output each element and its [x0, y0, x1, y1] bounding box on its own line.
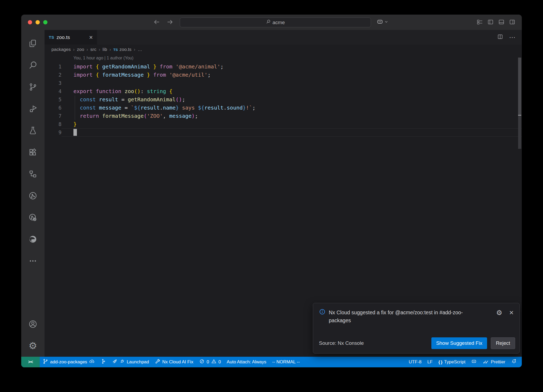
code-line[interactable]: 7 return formatMessage('ZOO', message); — [45, 112, 522, 120]
info-icon — [319, 308, 326, 316]
split-editor-icon[interactable] — [497, 34, 503, 41]
code-line[interactable]: 8} — [45, 120, 522, 128]
copilot-icon — [376, 18, 383, 26]
git-blame-annotation: You, 1 hour ago | 1 author (You) — [73, 56, 522, 62]
minimize-window-button[interactable] — [36, 20, 40, 24]
code-line[interactable]: 5 const result = getRandomAnimal(); — [45, 95, 522, 104]
warnings-icon — [211, 359, 217, 365]
plug-icon — [119, 359, 125, 365]
editor-more-actions-icon[interactable]: ⋯ — [509, 34, 516, 41]
edge-browser-icon[interactable] — [21, 228, 45, 250]
nx-pipeline-icon — [100, 359, 106, 365]
indent-guide — [75, 112, 75, 120]
remote-indicator[interactable]: >< — [21, 357, 40, 367]
nx-console-icon[interactable] — [21, 163, 45, 185]
traffic-lights — [28, 20, 47, 24]
code-line[interactable]: 9 — [45, 128, 522, 137]
typescript-file-icon: TS — [113, 48, 118, 52]
warning-count: 0 — [218, 359, 221, 365]
notification-toast: Nx Cloud suggested a fix for @acme/zoo:t… — [313, 303, 520, 354]
tab-close-icon[interactable]: × — [89, 34, 93, 41]
more-views-icon[interactable] — [21, 250, 45, 272]
search-value: acme — [273, 20, 285, 25]
activity-bar: ⚙ — [21, 30, 45, 357]
toggle-secondary-sidebar-icon[interactable] — [509, 19, 515, 26]
nx-cloud-inspect-icon[interactable] — [21, 207, 45, 228]
settings-gear-icon[interactable]: ⚙ — [21, 335, 45, 357]
breadcrumb-file[interactable]: TS zoo.ts — [113, 47, 132, 52]
code-line[interactable]: 4export function zoo(): string { — [45, 87, 522, 95]
breadcrumb: packages › zoo › src › lib › TS zoo.ts ›… — [45, 45, 522, 55]
line-number: 4 — [45, 87, 62, 95]
line-number: 9 — [45, 128, 62, 137]
launchpad-item[interactable]: Launchpad — [109, 357, 152, 367]
git-branch-item[interactable]: add-zoo-packages — [40, 357, 98, 367]
scrollbar-thumb[interactable] — [518, 58, 521, 115]
command-center-search[interactable]: acme — [180, 18, 371, 27]
breadcrumb-separator: › — [99, 47, 100, 52]
rocket-icon — [112, 359, 117, 365]
breadcrumb-separator: › — [134, 47, 135, 52]
testing-icon[interactable] — [21, 120, 45, 141]
breadcrumb-separator: › — [73, 47, 75, 52]
encoding-item[interactable]: UTF-8 — [406, 357, 424, 367]
close-window-button[interactable] — [28, 20, 32, 24]
status-bar: >< add-zoo-packages Launchpad Nx Cloud A… — [21, 357, 522, 367]
code-line[interactable]: 1import { getRandomAnimal } from '@acme/… — [45, 63, 522, 71]
accounts-icon[interactable] — [21, 313, 45, 335]
back-icon[interactable] — [153, 18, 161, 27]
text-cursor — [73, 129, 77, 136]
notification-settings-icon[interactable]: ⚙ — [496, 309, 502, 316]
prettier-item[interactable]: ✓✓ Prettier — [480, 357, 508, 367]
wrench-icon — [155, 359, 160, 365]
breadcrumb-item[interactable]: packages — [51, 47, 71, 52]
scrollbar-thumb-lower[interactable] — [518, 116, 521, 149]
double-check-icon: ✓✓ — [483, 359, 489, 365]
line-number: 1 — [45, 63, 62, 71]
zoom-window-button[interactable] — [43, 20, 47, 24]
breadcrumb-symbol-more[interactable]: … — [138, 47, 142, 52]
source-control-icon[interactable] — [21, 76, 45, 98]
notification-close-icon[interactable]: × — [509, 309, 514, 316]
tab-zoo-ts[interactable]: TS zoo.ts × — [45, 30, 97, 45]
notification-source: Source: Nx Console — [319, 340, 364, 346]
indent-guide — [75, 104, 75, 112]
copilot-status-item[interactable] — [468, 357, 480, 367]
language-mode-item[interactable]: { } TypeScript — [436, 357, 468, 367]
braces-icon: { } — [439, 360, 442, 365]
nx-cloud-icon[interactable] — [21, 185, 45, 207]
toggle-sidebar-icon[interactable] — [487, 19, 494, 26]
toggle-panel-icon[interactable] — [498, 19, 505, 26]
run-debug-icon[interactable] — [21, 98, 45, 120]
show-suggested-fix-button[interactable]: Show Suggested Fix — [431, 337, 487, 349]
reject-button[interactable]: Reject — [491, 337, 515, 349]
vim-mode-item[interactable]: -- NORMAL -- — [269, 357, 303, 367]
error-count: 0 — [207, 359, 209, 365]
line-number: 6 — [45, 104, 62, 112]
explorer-icon[interactable] — [21, 33, 45, 54]
customize-layout-icon[interactable] — [476, 19, 483, 26]
code-line[interactable]: 2import { formatMessage } from '@acme/ut… — [45, 71, 522, 79]
search-sidebar-icon[interactable] — [21, 54, 45, 76]
notification-message: Nx Cloud suggested a fix for @acme/zoo:t… — [329, 308, 476, 324]
indent-guide — [75, 95, 75, 104]
line-number: 7 — [45, 112, 62, 120]
copilot-menu-button[interactable] — [376, 18, 388, 26]
breadcrumb-item[interactable]: src — [90, 47, 97, 52]
notifications-bell-item[interactable] — [508, 357, 520, 367]
extensions-icon[interactable] — [21, 141, 45, 163]
breadcrumb-item[interactable]: zoo — [77, 47, 84, 52]
search-icon — [266, 19, 271, 25]
tab-bar: TS zoo.ts × ⋯ — [45, 30, 522, 45]
forward-icon[interactable] — [166, 18, 173, 27]
problems-item[interactable]: 0 0 — [196, 357, 224, 367]
nx-cloud-ai-fix-item[interactable]: Nx Cloud AI Fix — [152, 357, 196, 367]
eol-item[interactable]: LF — [424, 357, 436, 367]
auto-attach-item[interactable]: Auto Attach: Always — [224, 357, 269, 367]
nx-pipeline-item[interactable] — [98, 357, 109, 367]
cloud-upload-icon — [89, 359, 95, 365]
code-line[interactable]: 3 — [45, 79, 522, 87]
line-number: 8 — [45, 120, 62, 128]
breadcrumb-item[interactable]: lib — [103, 47, 107, 52]
code-line[interactable]: 6 const message = `${result.name} says $… — [45, 104, 522, 112]
